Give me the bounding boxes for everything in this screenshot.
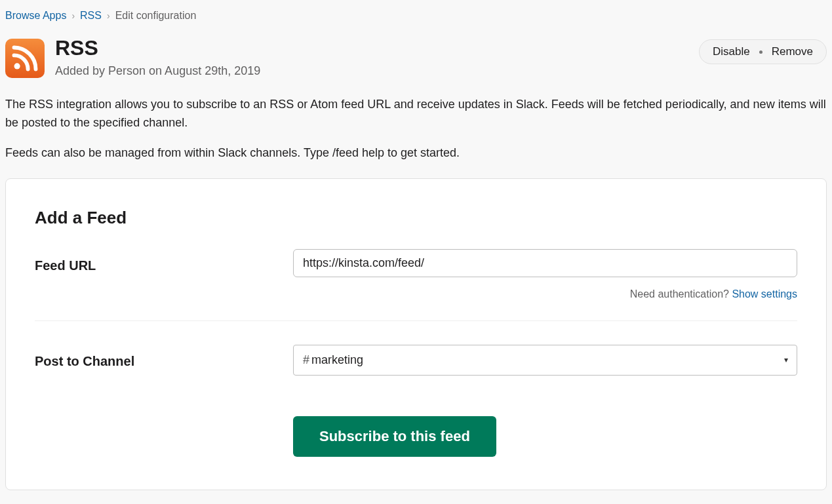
breadcrumb-current: Edit configuration	[115, 8, 197, 24]
breadcrumb: Browse Apps › RSS › Edit configuration	[5, 8, 827, 24]
feed-url-label: Feed URL	[35, 249, 277, 275]
breadcrumb-browse-apps[interactable]: Browse Apps	[5, 8, 66, 24]
svg-point-0	[14, 63, 20, 69]
separator-dot	[759, 50, 763, 54]
remove-button[interactable]: Remove	[772, 45, 813, 58]
hash-icon: #	[303, 351, 309, 369]
channel-select[interactable]: # marketing	[293, 345, 797, 376]
page-title: RSS	[55, 37, 260, 60]
description-paragraph-1: The RSS integration allows you to subscr…	[5, 96, 827, 132]
chevron-right-icon: ›	[107, 9, 110, 23]
disable-button[interactable]: Disable	[713, 45, 750, 58]
chevron-right-icon: ›	[71, 9, 75, 23]
page-subtitle: Added by Person on August 29th, 2019	[55, 62, 260, 80]
channel-select-value: marketing	[311, 351, 363, 369]
breadcrumb-app-link[interactable]: RSS	[80, 8, 102, 24]
auth-hint: Need authentication? Show settings	[293, 286, 797, 302]
feed-url-input[interactable]	[293, 249, 797, 277]
card-heading: Add a Feed	[35, 205, 797, 231]
add-feed-card: Add a Feed Feed URL Need authentication?…	[5, 178, 827, 490]
divider	[35, 320, 797, 321]
subscribe-button[interactable]: Subscribe to this feed	[293, 416, 496, 457]
page-header: RSS Added by Person on August 29th, 2019…	[5, 37, 827, 80]
show-settings-link[interactable]: Show settings	[732, 288, 797, 300]
description-paragraph-2: Feeds can also be managed from within Sl…	[5, 144, 827, 163]
post-to-channel-label: Post to Channel	[35, 345, 277, 371]
action-pill: Disable Remove	[699, 39, 827, 64]
auth-hint-text: Need authentication?	[630, 288, 732, 300]
rss-app-icon	[5, 39, 45, 78]
